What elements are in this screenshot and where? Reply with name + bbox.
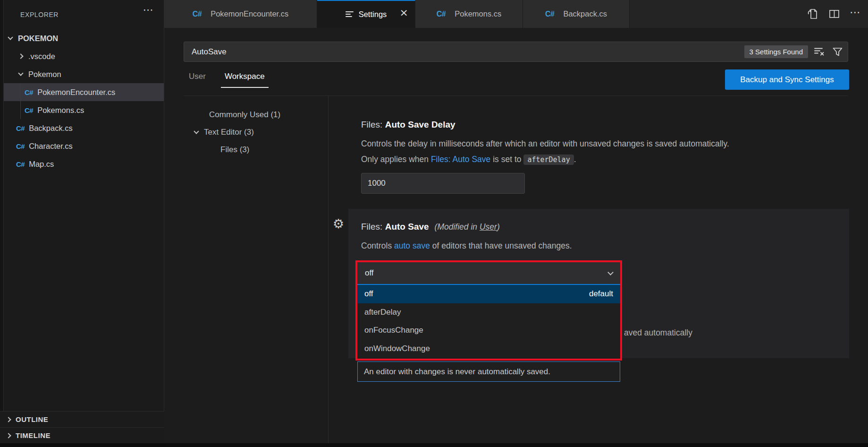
auto-save-link[interactable]: auto save bbox=[394, 241, 430, 250]
toc-count: (3) bbox=[240, 145, 250, 155]
tab-pokemons[interactable]: C# Pokemons.cs bbox=[415, 0, 523, 28]
chevron-right-icon bbox=[6, 433, 11, 438]
more-actions-icon[interactable]: ⋯ bbox=[143, 4, 153, 16]
close-icon[interactable]: × bbox=[400, 8, 408, 18]
toc-divider bbox=[328, 95, 329, 443]
files-auto-save-link[interactable]: Files: Auto Save bbox=[431, 155, 490, 164]
setting-category: Files: bbox=[361, 120, 385, 129]
settings-search-input[interactable] bbox=[191, 47, 739, 57]
description-line: Controls the delay in milliseconds after… bbox=[361, 136, 767, 152]
tree-item-pokemon-root[interactable]: POKEMON bbox=[4, 29, 164, 47]
tree-item-label: Character.cs bbox=[29, 142, 73, 151]
settings-editor-icon bbox=[346, 11, 354, 18]
clear-search-filters-icon[interactable] bbox=[814, 46, 826, 57]
tab-label: Backpack.cs bbox=[563, 9, 607, 18]
tree-item-pokemons-file[interactable]: C# Pokemons.cs bbox=[4, 101, 164, 119]
option-detail: default bbox=[589, 289, 613, 299]
settings-search-box: 3 Settings Found bbox=[184, 42, 848, 62]
tree-item-label: POKEMON bbox=[18, 34, 58, 43]
csharp-file-icon: C# bbox=[16, 160, 25, 168]
outline-label: OUTLINE bbox=[16, 415, 48, 423]
csharp-file-icon: C# bbox=[545, 10, 554, 18]
description-text: Controls bbox=[361, 241, 394, 250]
tree-item-pokemon-folder[interactable]: Pokemon bbox=[4, 65, 164, 83]
dropdown-option-onfocuschange[interactable]: onFocusChange bbox=[357, 321, 620, 340]
toc-label: Files bbox=[220, 145, 237, 155]
modified-text: ) bbox=[497, 222, 500, 232]
description-text: is set to bbox=[490, 155, 523, 164]
option-label: onFocusChange bbox=[364, 326, 423, 335]
filter-funnel-icon[interactable] bbox=[832, 47, 843, 57]
scope-tab-workspace[interactable]: Workspace bbox=[225, 72, 265, 81]
setting-name: Auto Save Delay bbox=[385, 120, 455, 129]
split-editor-icon[interactable] bbox=[828, 9, 840, 19]
csharp-file-icon: C# bbox=[193, 10, 202, 18]
toc-item-commonly-used[interactable]: Commonly Used (1) bbox=[209, 110, 280, 120]
option-label: afterDelay bbox=[364, 308, 401, 317]
toc-count: (3) bbox=[244, 128, 254, 137]
results-count-badge: 3 Settings Found bbox=[744, 45, 808, 58]
csharp-file-icon: C# bbox=[16, 142, 25, 150]
tree-item-label: Pokemons.cs bbox=[37, 106, 84, 115]
tree-item-pokemonencounter-file[interactable]: C# PokemonEncounter.cs bbox=[4, 83, 164, 101]
chevron-right-icon bbox=[18, 53, 23, 59]
explorer-header: EXPLORER ⋯ bbox=[4, 0, 164, 29]
gear-icon[interactable]: ⚙ bbox=[333, 217, 344, 230]
chevron-down-icon bbox=[194, 129, 199, 134]
tree-indent-guide bbox=[20, 83, 21, 119]
description-line: Only applies when Files: Auto Save is se… bbox=[361, 152, 767, 168]
tab-pokemonencounter[interactable]: C# PokemonEncounter.cs bbox=[164, 0, 317, 28]
toc-item-text-editor[interactable]: Text Editor (3) bbox=[194, 128, 254, 137]
description-text: Only applies when bbox=[361, 155, 431, 164]
tree-item-label: .vscode bbox=[28, 52, 55, 61]
backup-and-sync-button[interactable]: Backup and Sync Settings bbox=[725, 69, 849, 90]
red-annotation-rectangle: off off default afterDelay onFocusChange… bbox=[355, 260, 622, 361]
setting-description-auto-save-delay: Controls the delay in milliseconds after… bbox=[361, 136, 767, 168]
aftердelay-code-chip: afterDelay bbox=[523, 155, 573, 165]
timeline-section-header[interactable]: TIMELINE bbox=[0, 427, 164, 443]
csharp-file-icon: C# bbox=[25, 88, 33, 96]
editor-actions: ⋯ bbox=[806, 0, 860, 28]
settings-scope-tabs: User Workspace bbox=[189, 72, 265, 81]
toc-item-files[interactable]: Files (3) bbox=[220, 145, 249, 155]
setting-name: Auto Save bbox=[385, 222, 429, 232]
outline-section-header[interactable]: OUTLINE bbox=[0, 411, 164, 427]
modified-user-link[interactable]: User bbox=[480, 222, 497, 232]
explorer-title: EXPLORER bbox=[20, 11, 59, 18]
tab-backpack[interactable]: C# Backpack.cs bbox=[523, 0, 630, 28]
tree-item-map-file[interactable]: C# Map.cs bbox=[4, 155, 164, 173]
csharp-file-icon: C# bbox=[437, 10, 446, 18]
auto-save-select[interactable]: off bbox=[357, 262, 620, 284]
dropdown-option-afterdelay[interactable]: afterDelay bbox=[357, 303, 620, 322]
toc-label: Text Editor bbox=[204, 128, 242, 137]
option-label: off bbox=[364, 289, 373, 299]
tab-label: Settings bbox=[359, 10, 387, 19]
window-left-edge bbox=[0, 0, 4, 447]
setting-category: Files: bbox=[361, 222, 385, 232]
chevron-down-icon bbox=[18, 70, 23, 76]
more-actions-icon[interactable]: ⋯ bbox=[850, 7, 860, 18]
tree-item-label: Pokemon bbox=[28, 70, 61, 79]
option-hint-box: An editor with changes is never automati… bbox=[357, 361, 620, 382]
description-text: . bbox=[574, 155, 576, 164]
active-scope-underline bbox=[221, 87, 269, 88]
chevron-down-icon bbox=[607, 269, 614, 275]
setting-description-auto-save: Controls auto save of editors that have … bbox=[361, 239, 572, 252]
option-label: onWindowChange bbox=[364, 344, 430, 353]
scope-tab-label: Workspace bbox=[225, 72, 265, 81]
tree-item-character-file[interactable]: C# Character.cs bbox=[4, 137, 164, 155]
dropdown-option-off[interactable]: off default bbox=[357, 285, 620, 303]
window-bottom-edge bbox=[0, 443, 868, 447]
tree-item-label: Map.cs bbox=[29, 160, 54, 169]
auto-save-delay-input[interactable] bbox=[361, 173, 525, 194]
tree-item-backpack-file[interactable]: C# Backpack.cs bbox=[4, 119, 164, 137]
scope-tab-user[interactable]: User bbox=[189, 72, 206, 81]
open-settings-json-icon[interactable] bbox=[806, 8, 819, 20]
dropdown-option-onwindowchange[interactable]: onWindowChange bbox=[357, 340, 620, 358]
tab-settings[interactable]: Settings × bbox=[317, 0, 415, 28]
setting-title-auto-save-delay: Files: Auto Save Delay bbox=[361, 118, 455, 131]
timeline-label: TIMELINE bbox=[16, 431, 51, 439]
csharp-file-icon: C# bbox=[25, 106, 33, 114]
toc-label: Commonly Used bbox=[209, 110, 269, 120]
tree-item-vscode-folder[interactable]: .vscode bbox=[4, 47, 164, 65]
